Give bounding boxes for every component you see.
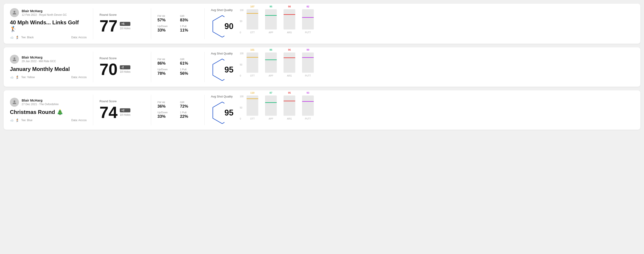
svg-point-0 [14, 11, 15, 13]
stats-grid: FW Hit36%GIR72%Up/Down33%1 Putt22% [158, 101, 198, 119]
score-badge-col: +518 Holes [120, 22, 130, 30]
bar-line [284, 101, 295, 101]
hexagon-svg [211, 14, 224, 39]
bar-label: OTT [250, 118, 255, 120]
hexagon-score: 95 [224, 108, 234, 118]
y-label: 0 [240, 31, 244, 34]
bar-fill [246, 99, 258, 116]
holes-label: 18 Holes [120, 27, 130, 30]
stat-label-oneputt: 1 Putt [180, 111, 198, 114]
y-label: 100 [240, 9, 244, 11]
user-row: Blair McHarg27 Dec 2021 · The Oxfordshir… [10, 98, 86, 107]
chart-section: 100500101OTT86APP96ARG99PUTT [240, 52, 634, 82]
bar-value: 110 [250, 91, 254, 94]
tee-left: ☁️ 🏌️ Tee: Black [10, 36, 34, 39]
stat-value-gir: 72% [180, 104, 198, 109]
bar-label: PUTT [305, 75, 311, 77]
weather-icon: ☁️ [10, 36, 14, 39]
score-badge-col: +218 Holes [120, 108, 130, 117]
hexagon-container: 95 [211, 101, 234, 125]
tee-label: Tee: Black [21, 36, 34, 39]
round-card-round1: Blair McHarg12 Feb 2022 · Royal North De… [4, 3, 640, 44]
avatar [10, 55, 19, 64]
y-label: 100 [240, 95, 244, 98]
bar-value: 101 [250, 48, 254, 51]
score-label: Round Score [100, 57, 144, 60]
stats-grid: FW Hit86%GIR61%Up/Down78%1 Putt56% [158, 58, 198, 76]
score-label: Round Score [100, 100, 144, 103]
bar-label: OTT [250, 75, 255, 77]
hexagon-container: 90 [211, 14, 234, 39]
stat-value-updown: 33% [158, 28, 176, 33]
bar-wrapper [284, 96, 295, 116]
score-row: 77+518 Holes [100, 18, 144, 34]
y-axis-labels: 100500 [240, 9, 244, 34]
divider-2 [151, 52, 151, 82]
stat-updown: Up/Down33% [158, 25, 176, 33]
hexagon-score: 95 [224, 65, 234, 75]
user-row: Blair McHarg29 Jan 2022 · Mill Ride GCC [10, 55, 86, 64]
bar-wrapper [246, 9, 258, 29]
quality-section: Avg Shot Quality95100500110OTT87APP95ARG… [211, 95, 634, 125]
bar-line [302, 17, 314, 18]
chart-bars: 100500110OTT87APP95ARG93PUTT [246, 95, 634, 125]
holes-label: 18 Holes [120, 70, 130, 73]
score-diff-badge: -2 [120, 65, 130, 69]
stats-section: FW Hit36%GIR72%Up/Down33%1 Putt22% [158, 101, 198, 119]
stat-label-fw-hit: FW Hit [158, 15, 176, 17]
tee-row: ☁️ 🏌️ Tee: Yellow Data: Arccos [10, 75, 86, 79]
stat-value-gir: 61% [180, 61, 198, 66]
stat-value-oneputt: 56% [180, 71, 198, 76]
stat-gir: GIR61% [180, 58, 198, 66]
hexagon-score: 90 [224, 22, 234, 31]
stat-value-updown: 78% [158, 71, 176, 76]
chart-col-ott: 101OTT [246, 48, 258, 77]
score-section: Round Score70-218 Holes [100, 57, 144, 77]
tee-left: ☁️ 🏌️ Tee: Blue [10, 119, 32, 122]
bar-value: 96 [288, 48, 291, 51]
divider-3 [204, 8, 204, 39]
person-icon [12, 57, 17, 62]
bar-line [265, 59, 277, 60]
bar-fill [302, 102, 314, 116]
tee-label: Tee: Yellow [21, 76, 35, 79]
bar-label: ARG [287, 75, 292, 77]
person-icon [12, 10, 17, 15]
stats-grid: FW Hit57%GIR83%Up/Down33%1 Putt11% [158, 15, 198, 33]
chart-section: 100500110OTT87APP95ARG93PUTT [240, 95, 634, 125]
bar-fill [302, 18, 314, 29]
bar-label: PUTT [305, 118, 311, 120]
data-source: Data: Arccos [71, 76, 86, 79]
bar-wrapper [246, 52, 258, 73]
bag-icon: 🏌️ [16, 119, 20, 122]
round-title: Christmas Round 🎄 [10, 109, 86, 116]
y-axis-labels: 100500 [240, 52, 244, 77]
person-icon [12, 100, 17, 105]
stat-value-gir: 83% [180, 18, 198, 22]
quality-label: Avg Shot Quality [211, 95, 233, 98]
bar-wrapper [302, 52, 314, 73]
divider-1 [93, 95, 93, 125]
score-badge-col: -218 Holes [120, 65, 130, 73]
bar-value: 95 [270, 5, 272, 8]
bar-wrapper [265, 96, 277, 116]
bar-label: APP [269, 118, 273, 120]
bar-wrapper [302, 96, 314, 116]
weather-icon: ☁️ [10, 75, 14, 79]
bar-line [246, 98, 258, 99]
score-section: Round Score74+218 Holes [100, 100, 144, 121]
quality-label: Avg Shot Quality [211, 52, 233, 55]
user-info: Blair McHarg29 Jan 2022 · Mill Ride GCC [22, 55, 56, 63]
stat-oneputt: 1 Putt22% [180, 111, 198, 119]
score-diff-badge: +5 [120, 22, 130, 26]
stat-fw-hit: FW Hit57% [158, 15, 176, 22]
weather-icon: ☁️ [10, 119, 14, 122]
bar-label: OTT [250, 31, 255, 34]
card-left-round1: Blair McHarg12 Feb 2022 · Royal North De… [10, 8, 86, 39]
divider-1 [93, 52, 93, 82]
user-name: Blair McHarg [22, 9, 67, 13]
stat-value-oneputt: 11% [180, 28, 198, 33]
score-section: Round Score77+518 Holes [100, 13, 144, 34]
stat-value-fw-hit: 86% [158, 61, 176, 66]
bag-icon: 🏌️ [16, 75, 20, 79]
